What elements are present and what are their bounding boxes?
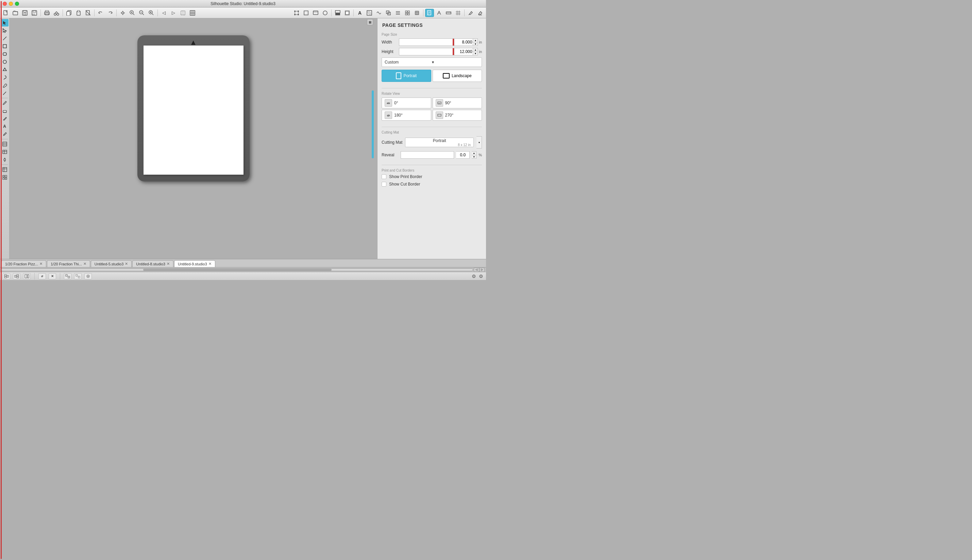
- text-draw-tool[interactable]: A: [1, 123, 8, 130]
- clear-button[interactable]: [84, 9, 92, 17]
- scroll-thumb[interactable]: [143, 269, 331, 271]
- expand-panel-button[interactable]: ⊠: [367, 19, 373, 25]
- stroke-color-button[interactable]: [333, 9, 342, 17]
- prev-page-button[interactable]: ◁: [159, 9, 168, 17]
- panel3-button[interactable]: [1, 156, 8, 163]
- scroll-left-button[interactable]: ◁: [474, 268, 479, 272]
- pen-tool-button[interactable]: [466, 9, 475, 17]
- cutting-mat-select[interactable]: Portrait 8 x 12 in: [405, 138, 474, 147]
- minimize-button[interactable]: [9, 2, 13, 6]
- panel2-button[interactable]: [1, 148, 8, 156]
- text-format-button[interactable]: A: [355, 9, 364, 17]
- open-library-button[interactable]: [11, 9, 20, 17]
- eraser-tool-button[interactable]: [476, 9, 485, 17]
- tab-2-close[interactable]: ✕: [83, 262, 86, 266]
- eraser-draw-tool[interactable]: [1, 107, 8, 115]
- width-spin-up[interactable]: ▲: [473, 39, 477, 42]
- width-spin-down[interactable]: ▼: [473, 42, 477, 46]
- reveal-spin-up[interactable]: ▲: [472, 152, 476, 155]
- rotate-90-button[interactable]: ab 90°: [433, 98, 482, 108]
- tab-3-close[interactable]: ✕: [125, 262, 128, 266]
- rounded-rect-tool[interactable]: [1, 50, 8, 58]
- maximize-button[interactable]: [15, 2, 19, 6]
- horizontal-scrollbar[interactable]: [2, 268, 473, 271]
- grid-bottom2-button[interactable]: [1, 173, 8, 181]
- pencil-draw-tool[interactable]: [1, 89, 8, 97]
- grid-button[interactable]: [188, 9, 197, 17]
- tab-2[interactable]: 1/20 Fraction Thi... ✕: [47, 260, 90, 267]
- reveal-spin[interactable]: ▲ ▼: [472, 151, 477, 159]
- new-button[interactable]: [2, 9, 10, 17]
- paint-brush-tool[interactable]: [1, 99, 8, 107]
- tab-3[interactable]: Untitled-5.studio3 ✕: [91, 260, 132, 267]
- settings-gear-icon[interactable]: ⚙: [472, 273, 476, 279]
- landscape-button[interactable]: Landscape: [433, 70, 482, 82]
- status-btn-ungroup[interactable]: [74, 273, 82, 279]
- zoom-in-button[interactable]: [128, 9, 137, 17]
- line-tool[interactable]: [1, 35, 8, 42]
- eyedropper-tool[interactable]: [1, 130, 8, 138]
- pen-draw-tool[interactable]: [1, 82, 8, 89]
- status-btn-link[interactable]: [38, 273, 46, 279]
- vertical-scroll-indicator[interactable]: [372, 90, 374, 158]
- show-cut-border-checkbox[interactable]: [381, 182, 386, 187]
- hook-tool[interactable]: [1, 74, 8, 81]
- height-spin[interactable]: ▲ ▼: [473, 48, 478, 55]
- reveal-spin-down[interactable]: ▼: [472, 155, 476, 159]
- weld-button[interactable]: [413, 9, 422, 17]
- cut-action-button[interactable]: [52, 9, 61, 17]
- line-style-button[interactable]: [375, 9, 383, 17]
- status-btn-snap[interactable]: [84, 273, 92, 279]
- select-tool[interactable]: [1, 19, 8, 27]
- zoom-area-button[interactable]: [179, 9, 187, 17]
- cut-settings-button[interactable]: [435, 9, 443, 17]
- rectangle-tool[interactable]: [1, 42, 8, 50]
- zoom-out-button[interactable]: [137, 9, 146, 17]
- reveal-value-field[interactable]: [456, 151, 470, 159]
- scroll-right-button[interactable]: ▷: [479, 268, 485, 272]
- tab-4[interactable]: Untitled-8.studio3 ✕: [132, 260, 174, 267]
- next-page-button[interactable]: ▷: [169, 9, 178, 17]
- ruler-button[interactable]: [444, 9, 453, 17]
- status-btn-2[interactable]: [13, 273, 20, 279]
- portrait-button[interactable]: Portrait: [381, 70, 431, 82]
- node-edit-tool[interactable]: [1, 27, 8, 34]
- page-settings-button[interactable]: [425, 9, 434, 17]
- pan-button[interactable]: [118, 9, 127, 17]
- polygon-tool[interactable]: [1, 66, 8, 73]
- save-as-button[interactable]: AS: [30, 9, 39, 17]
- shapes-button[interactable]: [302, 9, 311, 17]
- cutting-mat-dropdown-btn[interactable]: ▾: [477, 136, 482, 148]
- rotate-0-button[interactable]: ab 0°: [381, 98, 431, 108]
- ellipse-tool[interactable]: [1, 58, 8, 66]
- width-value-field[interactable]: [454, 38, 473, 46]
- panel1-button[interactable]: [1, 140, 8, 148]
- redo-button[interactable]: [106, 9, 115, 17]
- grid-settings-button[interactable]: [454, 9, 463, 17]
- tab-4-close[interactable]: ✕: [167, 262, 170, 266]
- status-btn-1[interactable]: [3, 273, 10, 279]
- print-button[interactable]: [42, 9, 51, 17]
- nodes-button[interactable]: [292, 9, 301, 17]
- grid-bottom1-button[interactable]: [1, 166, 8, 173]
- height-spin-up[interactable]: ▲: [473, 48, 477, 52]
- show-print-border-checkbox[interactable]: [381, 174, 386, 179]
- reveal-slider[interactable]: [401, 151, 454, 159]
- width-spin[interactable]: ▲ ▼: [473, 38, 478, 46]
- height-value-field[interactable]: [454, 48, 473, 55]
- canvas-area[interactable]: ⊠ ▲: [10, 18, 377, 259]
- fill-color-button[interactable]: [343, 9, 352, 17]
- width-slider[interactable]: [399, 38, 454, 46]
- height-slider[interactable]: [399, 48, 454, 55]
- fill-style-button[interactable]: [365, 9, 374, 17]
- tab-5[interactable]: Untitled-9.studio3 ✕: [174, 260, 215, 267]
- preset-dropdown[interactable]: Custom ▾: [381, 57, 482, 67]
- rotate-180-button[interactable]: qb 180°: [381, 110, 431, 121]
- transform-button[interactable]: [384, 9, 393, 17]
- layers-button[interactable]: [321, 9, 330, 17]
- tab-1-close[interactable]: ✕: [39, 262, 42, 266]
- tab-1[interactable]: 1/20 Fraction Pizz... ✕: [2, 260, 46, 267]
- copy-button[interactable]: [65, 9, 74, 17]
- save-button[interactable]: [20, 9, 29, 17]
- undo-button[interactable]: [96, 9, 105, 17]
